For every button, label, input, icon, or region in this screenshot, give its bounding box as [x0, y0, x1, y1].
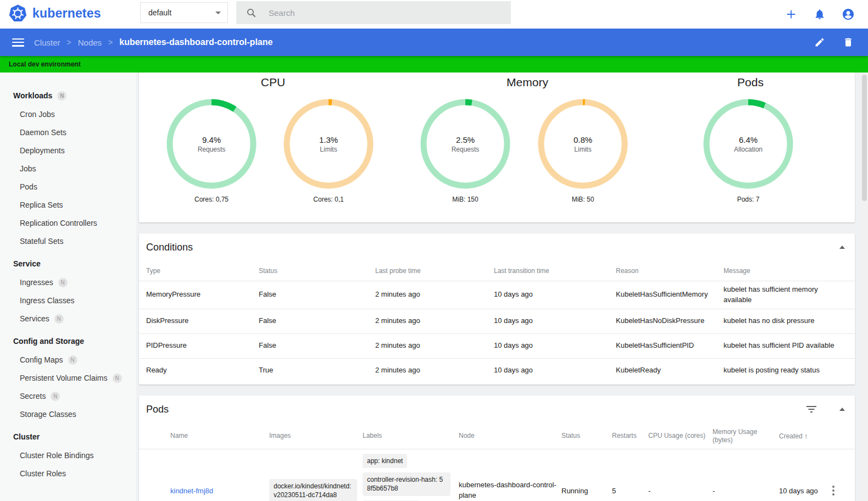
environment-banner-text: Local dev environment [9, 60, 81, 68]
conditions-title: Conditions [146, 242, 193, 253]
col-message: Message [724, 267, 846, 275]
donut-memory-requests: 2.5% Requests MiB: 150 [419, 98, 511, 203]
breadcrumb-bar: Cluster > Nodes > kubernetes-dashboard-c… [0, 29, 868, 56]
account-button[interactable] [842, 8, 855, 21]
search-icon [246, 8, 257, 18]
sidebar-item-replica-sets[interactable]: Replica Sets [0, 196, 136, 214]
col-last-probe-time: Last probe time [375, 267, 494, 275]
col-labels: Labels [363, 432, 459, 439]
namespaced-badge: N [113, 374, 122, 383]
breadcrumb-nodes[interactable]: Nodes [78, 38, 102, 47]
table-row: MemoryPressure False 2 minutes ago 10 da… [139, 281, 855, 309]
pod-restarts: 5 [612, 487, 648, 495]
sidebar-nav: Workloads N Cron Jobs Daemon Sets Deploy… [0, 73, 136, 501]
sidebar-item-daemon-sets[interactable]: Daemon Sets [0, 124, 136, 142]
sidebar-section-config-storage[interactable]: Config and Storage [0, 331, 136, 351]
namespaced-badge: N [51, 392, 60, 401]
sidebar-item-persistent-volume-claims[interactable]: Persistent Volume Claims N [0, 369, 136, 387]
col-status[interactable]: Status [561, 432, 612, 439]
filter-icon[interactable] [806, 405, 816, 413]
donut-pods-allocation: 6.4% Allocation Pods: 7 [702, 98, 794, 203]
donut-memory-limits: 0.8% Limits MiB: 50 [537, 98, 629, 203]
scrollbar[interactable] [861, 73, 868, 501]
notifications-bell-button[interactable] [813, 8, 826, 21]
sidebar-item-ingresses[interactable]: Ingresses N [0, 274, 136, 292]
col-reason: Reason [616, 267, 724, 275]
sidebar-item-config-maps[interactable]: Config Maps N [0, 351, 136, 369]
create-plus-button[interactable] [784, 8, 798, 21]
sidebar-section-service[interactable]: Service [0, 254, 136, 274]
pods-title: Pods [146, 404, 169, 415]
sidebar-item-jobs[interactable]: Jobs [0, 160, 136, 178]
row-actions-kebab-icon[interactable] [825, 483, 842, 498]
sidebar-item-replication-controllers[interactable]: Replication Controllers [0, 214, 136, 232]
sidebar-item-cluster-role-bindings[interactable]: Cluster Role Bindings [0, 447, 136, 465]
chevron-down-icon [215, 12, 221, 14]
namespace-value: default [148, 8, 215, 17]
sidebar-item-ingress-classes[interactable]: Ingress Classes [0, 292, 136, 310]
top-app-bar: kubernetes default Search [0, 0, 868, 29]
pod-status: Running [561, 487, 612, 495]
environment-banner: Local dev environment [0, 56, 868, 73]
delete-trash-button[interactable] [842, 36, 855, 49]
donut-cpu-limits: 1.3% Limits Cores: 0,1 [282, 98, 375, 203]
namespace-selector[interactable]: default [140, 2, 228, 23]
col-cpu-usage[interactable]: CPU Usage (cores) [648, 432, 713, 439]
label-chip: controller-revision-hash: 58f5b657b8 [363, 472, 450, 496]
col-images[interactable]: Images [269, 432, 363, 439]
sort-ascending-icon: ↑ [804, 432, 808, 440]
namespaced-badge: N [58, 278, 68, 287]
sidebar-item-secrets[interactable]: Secrets N [0, 387, 136, 405]
edit-pencil-button[interactable] [813, 36, 826, 49]
sidebar-section-workloads[interactable]: Workloads N [0, 86, 136, 105]
col-last-transition-time: Last transition time [494, 267, 616, 275]
search-input[interactable]: Search [236, 1, 511, 24]
breadcrumb: Cluster > Nodes > kubernetes-dashboard-c… [34, 37, 272, 47]
col-type: Type [146, 267, 259, 275]
pods-card: Pods Name Images Labels Node Status [139, 396, 855, 501]
metric-title-pods: Pods [737, 76, 764, 89]
sidebar-item-pods[interactable]: Pods [0, 178, 136, 196]
kubernetes-wheel-icon [9, 4, 27, 23]
breadcrumb-separator: > [108, 38, 113, 47]
label-chip: app: kindnet [363, 454, 407, 468]
conditions-header-row: Type Status Last probe time Last transit… [139, 261, 855, 281]
col-name[interactable]: Name [170, 432, 269, 439]
node-allocation-card: CPU Memory Pods 9.4% Requests Cores: 0,7… [139, 73, 855, 222]
pod-name-link[interactable]: kindnet-fmj8d [170, 487, 213, 495]
search-placeholder: Search [269, 8, 295, 18]
pod-node: kubernetes-dashboard-control-plane [459, 480, 561, 501]
sidebar-item-deployments[interactable]: Deployments [0, 142, 136, 160]
conditions-card: Conditions Type Status Last probe time L… [139, 233, 855, 385]
col-node[interactable]: Node [459, 432, 561, 439]
sidebar-section-cluster[interactable]: Cluster [0, 427, 136, 447]
metric-title-memory: Memory [507, 76, 548, 89]
sidebar-item-storage-classes[interactable]: Storage Classes [0, 405, 136, 424]
collapse-caret-icon[interactable] [839, 246, 845, 249]
pod-cpu-usage: - [648, 487, 713, 495]
pod-memory-usage: - [713, 487, 779, 495]
breadcrumb-separator: > [67, 38, 71, 47]
donut-cpu-requests: 9.4% Requests Cores: 0,75 [165, 98, 258, 203]
col-status: Status [259, 267, 375, 275]
col-restarts[interactable]: Restarts [612, 432, 648, 439]
breadcrumb-cluster[interactable]: Cluster [34, 38, 60, 47]
menu-hamburger-button[interactable] [12, 38, 24, 47]
table-row: Ready True 2 minutes ago 10 days ago Kub… [139, 358, 855, 383]
image-chip: docker.io/kindest/kindnetd:v20230511-dc7… [269, 479, 357, 501]
col-created[interactable]: Created ↑ [779, 432, 825, 441]
scrollbar-thumb[interactable] [862, 75, 867, 201]
page-title: kubernetes-dashboard-control-plane [119, 37, 272, 47]
sidebar-item-stateful-sets[interactable]: Stateful Sets [0, 232, 136, 250]
sidebar-item-cron-jobs[interactable]: Cron Jobs [0, 105, 136, 124]
main-content: CPU Memory Pods 9.4% Requests Cores: 0,7… [136, 73, 868, 501]
sidebar-item-cluster-roles[interactable]: Cluster Roles [0, 465, 136, 483]
table-row: PIDPressure False 2 minutes ago 10 days … [139, 333, 855, 358]
collapse-caret-icon[interactable] [839, 408, 845, 411]
col-memory-usage[interactable]: Memory Usage (bytes) [713, 428, 779, 444]
metric-title-cpu: CPU [261, 76, 285, 89]
kubernetes-logo[interactable]: kubernetes [9, 4, 101, 23]
table-row: kindnet-fmj8d docker.io/kindest/kindnetd… [139, 449, 855, 501]
sidebar-item-services[interactable]: Services N [0, 310, 136, 328]
namespaced-badge: N [57, 91, 66, 101]
